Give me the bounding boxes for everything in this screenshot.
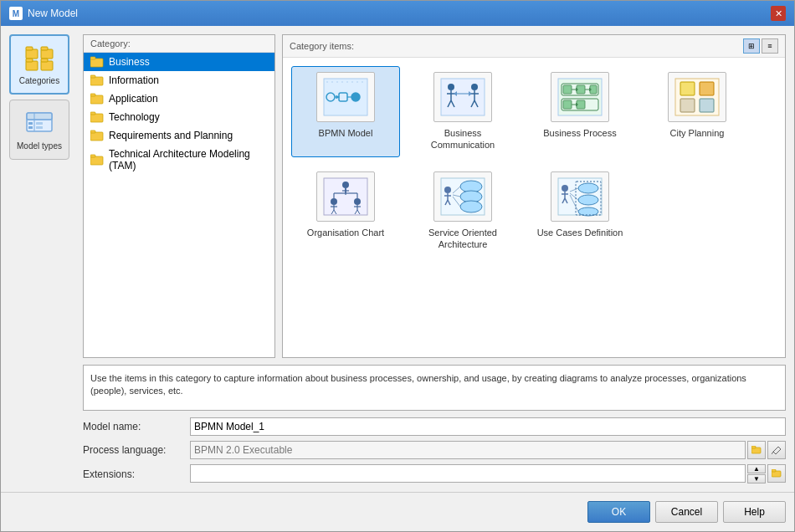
items-panel: Category items: ⊞ ≡: [282, 34, 786, 358]
svg-point-113: [578, 195, 598, 205]
svg-line-121: [772, 452, 773, 454]
svg-rect-23: [90, 112, 95, 115]
item-soa-label: Service Oriented Architecture: [414, 227, 511, 251]
sidebar-item-information[interactable]: Information: [84, 71, 274, 90]
category-label-tam: Technical Architecture Modeling (TAM): [109, 148, 268, 171]
model-types-icon: [24, 108, 54, 138]
item-soa[interactable]: Service Oriented Architecture: [408, 166, 517, 257]
item-bpmn-model[interactable]: BPMN Model: [291, 66, 400, 157]
svg-rect-21: [90, 94, 95, 96]
cancel-button[interactable]: Cancel: [655, 501, 718, 523]
svg-rect-1: [26, 47, 33, 50]
svg-rect-5: [26, 59, 33, 62]
category-label-information: Information: [109, 74, 159, 86]
svg-rect-27: [90, 155, 95, 157]
model-name-label: Model name:: [83, 421, 183, 432]
svg-point-31: [351, 93, 360, 101]
item-city-planning[interactable]: City Planning: [643, 66, 751, 157]
sidebar-item-technology[interactable]: Technology: [84, 108, 274, 126]
dialog-title: New Model: [28, 8, 78, 19]
categories-button[interactable]: Categories: [9, 34, 69, 95]
svg-rect-14: [36, 122, 43, 125]
category-list-header: Category:: [84, 35, 274, 53]
folder-icon-information: [90, 74, 104, 86]
title-bar-left: M New Model: [9, 7, 78, 20]
category-label-business: Business: [109, 56, 150, 68]
biz-proc-icon: [556, 77, 603, 117]
svg-point-43: [448, 84, 454, 90]
use-cases-icon-box: [551, 171, 609, 222]
svg-rect-12: [28, 122, 33, 125]
new-model-dialog: M New Model ✕ Categories: [0, 0, 795, 532]
extensions-up-button[interactable]: ▲: [747, 464, 766, 473]
svg-rect-20: [90, 95, 103, 104]
ok-button[interactable]: OK: [587, 501, 650, 523]
svg-rect-16: [90, 59, 103, 67]
folder-browse-icon-2: [772, 469, 782, 478]
model-name-input[interactable]: [190, 417, 786, 436]
svg-rect-15: [36, 126, 43, 129]
folder-icon-technology: [90, 111, 104, 123]
soa-icon: [439, 176, 486, 217]
svg-point-114: [578, 207, 598, 216]
category-list: Category: Business: [83, 34, 275, 358]
svg-rect-19: [90, 75, 95, 78]
grid-view-button[interactable]: ⊞: [743, 38, 760, 54]
svg-rect-18: [90, 77, 103, 85]
close-button[interactable]: ✕: [771, 6, 786, 21]
svg-point-36: [336, 81, 338, 83]
left-panel: Categories Model types: [9, 34, 76, 483]
svg-rect-7: [41, 59, 48, 62]
main-content: Category: Business: [83, 34, 786, 483]
extensions-down-button[interactable]: ▼: [747, 474, 766, 483]
items-panel-header: Category items: ⊞ ≡: [283, 35, 785, 58]
svg-rect-9: [27, 113, 52, 120]
svg-rect-26: [90, 156, 103, 165]
item-business-process[interactable]: Business Process: [526, 66, 634, 157]
item-biz-proc-label: Business Process: [543, 127, 616, 139]
description-area: Use the items in this category to captur…: [83, 365, 786, 411]
sidebar-item-requirements[interactable]: Requirements and Planning: [84, 126, 274, 145]
svg-rect-4: [26, 61, 38, 70]
view-toggle: ⊞ ≡: [743, 38, 778, 54]
sidebar-item-tam[interactable]: Technical Architecture Modeling (TAM): [84, 145, 274, 175]
title-bar: M New Model ✕: [1, 1, 794, 26]
sidebar-item-business[interactable]: Business: [84, 53, 274, 71]
org-chart-icon-box: [316, 171, 375, 222]
dialog-body: Categories Model types: [1, 26, 794, 492]
svg-rect-6: [41, 61, 53, 70]
svg-rect-42: [441, 79, 485, 115]
category-label-requirements: Requirements and Planning: [109, 130, 233, 141]
item-organisation-chart[interactable]: Organisation Chart: [291, 166, 400, 257]
process-language-edit-button[interactable]: [767, 441, 786, 459]
svg-rect-24: [90, 132, 103, 141]
model-types-label: Model types: [17, 141, 62, 151]
extensions-input[interactable]: [190, 464, 746, 483]
items-header-label: Category items:: [290, 41, 354, 51]
svg-rect-72: [700, 82, 714, 95]
extensions-browse-button[interactable]: [767, 464, 786, 483]
list-view-button[interactable]: ≡: [762, 38, 778, 54]
help-button[interactable]: Help: [723, 501, 786, 523]
svg-point-34: [326, 81, 328, 83]
bpmn-model-icon: [322, 77, 369, 117]
svg-point-39: [351, 81, 353, 83]
model-types-button[interactable]: Model types: [9, 100, 69, 160]
sidebar-item-application[interactable]: Application: [84, 90, 274, 108]
item-use-cases[interactable]: Use Cases Definition: [526, 166, 634, 257]
soa-icon-box: [433, 171, 492, 222]
item-business-communication[interactable]: Business Communication: [408, 66, 517, 157]
process-language-label: Process language:: [83, 444, 183, 456]
svg-point-35: [331, 81, 333, 83]
svg-rect-123: [772, 469, 776, 472]
biz-comm-icon-box: [433, 72, 492, 122]
biz-proc-icon-box: [551, 72, 609, 122]
dialog-icon: M: [9, 7, 23, 20]
org-chart-icon: [322, 176, 369, 217]
city-plan-icon-box: [668, 72, 726, 122]
category-label-application: Application: [109, 93, 158, 105]
svg-point-107: [562, 185, 568, 192]
categories-icon: [24, 43, 54, 73]
svg-rect-3: [41, 47, 48, 50]
process-language-browse-button[interactable]: [747, 441, 766, 459]
